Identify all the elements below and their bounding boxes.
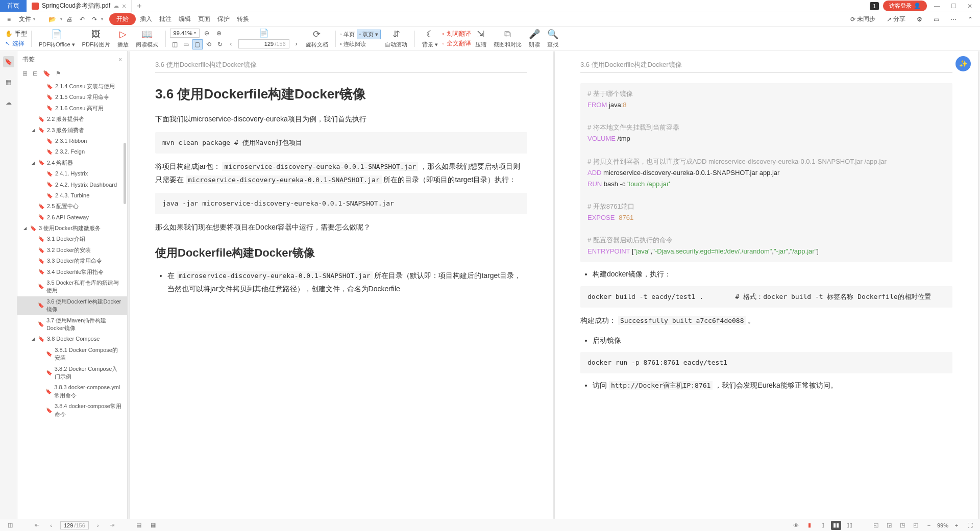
zoom-status[interactable]: 99% bbox=[937, 522, 948, 528]
bookmark-item[interactable]: 🔖3.8.2 Docker Compose入门示例 bbox=[17, 364, 127, 383]
layout-double-icon[interactable]: ▮▮ bbox=[831, 521, 841, 530]
screenshot-compare-button[interactable]: ⧉截图和对比 bbox=[491, 27, 525, 50]
fit-actual-icon[interactable]: ◫ bbox=[170, 39, 180, 49]
menu-review[interactable]: 批注 bbox=[156, 13, 175, 25]
cloud-save-icon[interactable]: ☁ bbox=[113, 3, 119, 9]
bookmark-item[interactable]: 🔖2.4.2. Hystrix Dashboard bbox=[17, 180, 127, 190]
menu-file[interactable]: 文件▾ bbox=[15, 13, 39, 25]
collapse-all-icon[interactable]: ⊟ bbox=[33, 70, 38, 77]
bookmark-item[interactable]: 🔖3.8.3 docker-compose.yml常用命令 bbox=[17, 382, 127, 401]
zoom-in-icon[interactable]: ⊕ bbox=[214, 28, 224, 38]
bookmark-item[interactable]: 🔖2.1.6 Consul高可用 bbox=[17, 103, 127, 114]
assistant-float-button[interactable]: ✨ bbox=[955, 56, 971, 71]
login-button[interactable]: 访客登录 👤 bbox=[883, 1, 927, 11]
bookmark-item[interactable]: 🔖3.7 使用Maven插件构建Docker镜像 bbox=[17, 315, 127, 334]
selection-translate-button[interactable]: ▫ 划词翻译 bbox=[442, 30, 471, 38]
prev-page-status-icon[interactable]: ‹ bbox=[46, 521, 56, 530]
fit-3-icon[interactable]: ◳ bbox=[897, 521, 908, 530]
fullscreen-icon[interactable]: ⛶ bbox=[965, 521, 975, 530]
thumbnails-rail-button[interactable]: ▦ bbox=[3, 77, 14, 88]
close-window-button[interactable]: ✕ bbox=[964, 1, 976, 11]
tool-select[interactable]: ↖选择 bbox=[5, 39, 27, 48]
eye-icon[interactable]: 👁 bbox=[791, 521, 801, 530]
fit-height-icon[interactable]: ⟲ bbox=[204, 39, 214, 49]
pdf-to-office-button[interactable]: 📄PDF转Office ▾ bbox=[36, 27, 78, 50]
background-button[interactable]: ☾背景 ▾ bbox=[419, 27, 441, 50]
prev-page-icon[interactable]: ‹ bbox=[226, 39, 236, 49]
bookmark-item[interactable]: 🔖2.6 API Gateway bbox=[17, 212, 127, 223]
add-bookmark-icon[interactable]: 🔖 bbox=[43, 70, 51, 77]
bookmark-item[interactable]: 🔖3.2 Docker的安装 bbox=[17, 245, 127, 256]
bookmark-item[interactable]: 🔖3.5 Docker私有仓库的搭建与使用 bbox=[17, 277, 127, 296]
find-button[interactable]: 🔍查找 bbox=[544, 27, 561, 50]
view-mode-a-icon[interactable]: ▤ bbox=[134, 521, 144, 530]
zoom-out-icon[interactable]: ⊖ bbox=[202, 28, 212, 38]
continuous-read-button[interactable]: ▫ 连续阅读 bbox=[340, 40, 366, 48]
next-page-status-icon[interactable]: › bbox=[93, 521, 103, 530]
redo-icon[interactable]: ↷ bbox=[89, 14, 100, 24]
bookmark-item[interactable]: 🔖3.4 Dockerfile常用指令 bbox=[17, 267, 127, 277]
expand-all-icon[interactable]: ⊞ bbox=[22, 70, 28, 77]
menu-convert[interactable]: 转换 bbox=[234, 13, 252, 25]
fit-page-icon[interactable]: ▢ bbox=[192, 39, 203, 49]
open-icon[interactable]: 📂 bbox=[45, 14, 59, 24]
layout-continuous-icon[interactable]: ▯ bbox=[818, 521, 828, 530]
fit-visible-icon[interactable]: ↻ bbox=[215, 39, 225, 49]
bookmark-item[interactable]: 🔖2.2 服务提供者 bbox=[17, 114, 127, 124]
fit-2-icon[interactable]: ◲ bbox=[884, 521, 894, 530]
zoom-input[interactable]: 99.41% ▾ bbox=[170, 29, 200, 38]
print-icon[interactable]: 🖨 bbox=[63, 14, 76, 24]
more-icon[interactable]: ⋯ bbox=[947, 14, 960, 24]
layout-book-icon[interactable]: ▯▯ bbox=[844, 521, 854, 530]
bookmark-item[interactable]: 🔖2.3.2. Feign bbox=[17, 146, 127, 157]
bookmark-item[interactable]: 🔖2.3.1 Ribbon bbox=[17, 136, 127, 146]
view-mode-b-icon[interactable]: ▦ bbox=[148, 521, 158, 530]
bookmark-item[interactable]: 🔖2.1.4 Consul安装与使用 bbox=[17, 81, 127, 92]
add-tab-button[interactable]: + bbox=[132, 2, 146, 11]
bookmark-item[interactable]: ◢🔖2.4 熔断器 bbox=[17, 158, 127, 168]
fit-width-icon[interactable]: ▭ bbox=[181, 39, 191, 49]
minimize-button[interactable]: — bbox=[931, 1, 943, 11]
hamburger-icon[interactable]: ≡ bbox=[4, 14, 14, 24]
read-aloud-button[interactable]: 🎤朗读 bbox=[526, 27, 543, 50]
bookmarks-rail-button[interactable]: 🔖 bbox=[3, 56, 14, 67]
collapse-ribbon-icon[interactable]: ▭ bbox=[930, 14, 942, 24]
bookmark-item[interactable]: 🔖2.1.5 Consul常用命令 bbox=[17, 92, 127, 103]
page-status-input[interactable]: 129/156 bbox=[60, 521, 89, 529]
close-bookmarks-icon[interactable]: × bbox=[118, 56, 122, 63]
chevron-up-icon[interactable]: ⌃ bbox=[965, 14, 976, 24]
bookmark-options-icon[interactable]: ⚑ bbox=[56, 70, 61, 77]
maximize-button[interactable]: ☐ bbox=[947, 1, 960, 11]
tab-home[interactable]: 首页 bbox=[0, 0, 27, 12]
menu-page[interactable]: 页面 bbox=[195, 13, 213, 25]
bookmark-item[interactable]: 🔖2.4.1. Hystrix bbox=[17, 168, 127, 179]
bookmark-item[interactable]: 🔖3.8.4 docker-compose常用命令 bbox=[17, 401, 127, 420]
play-button[interactable]: ▷播放 bbox=[114, 27, 132, 50]
compress-button[interactable]: ⇲压缩 bbox=[472, 27, 489, 50]
bookmark-item[interactable]: 🔖3.6 使用Dockerfile构建Docker镜像 bbox=[17, 296, 127, 315]
close-tab-icon[interactable]: × bbox=[122, 2, 126, 10]
tool-hand[interactable]: ✋手型 bbox=[5, 30, 27, 38]
scrollbar-thumb[interactable] bbox=[124, 143, 126, 204]
share-button[interactable]: ↗ 分享 bbox=[884, 13, 909, 25]
first-page-icon[interactable]: ⇤ bbox=[32, 521, 42, 530]
bookmark-item[interactable]: 🔖3.3 Docker的常用命令 bbox=[17, 256, 127, 266]
notification-badge[interactable]: 1 bbox=[870, 2, 879, 10]
page-number-input[interactable]: 129/156 bbox=[238, 39, 289, 48]
zoom-out-status-icon[interactable]: − bbox=[924, 521, 934, 530]
read-mode-button[interactable]: 📖阅读模式 bbox=[133, 27, 161, 50]
rotate-button[interactable]: ⟳旋转文档 bbox=[303, 27, 331, 50]
zoom-in-status-icon[interactable]: + bbox=[951, 521, 962, 530]
auto-scroll-button[interactable]: ⇵自动滚动 bbox=[382, 27, 410, 50]
menu-start[interactable]: 开始 bbox=[109, 13, 136, 25]
full-translate-button[interactable]: ▫ 全文翻译 bbox=[442, 39, 471, 48]
bookmark-item[interactable]: ◢🔖2.3 服务消费者 bbox=[17, 125, 127, 136]
sidebar-toggle-icon[interactable]: ◫ bbox=[5, 521, 15, 530]
fit-4-icon[interactable]: ◰ bbox=[911, 521, 921, 530]
tab-document[interactable]: SpringCloud参考指南.pdf ☁ × bbox=[27, 0, 132, 12]
gear-icon[interactable]: ⚙ bbox=[914, 14, 925, 24]
fit-1-icon[interactable]: ◱ bbox=[871, 521, 881, 530]
next-page-icon[interactable]: › bbox=[291, 39, 302, 49]
bookmark-item[interactable]: 🔖2.5 配置中心 bbox=[17, 201, 127, 212]
bookmark-item[interactable]: ◢🔖3.8 Docker Compose bbox=[17, 334, 127, 344]
